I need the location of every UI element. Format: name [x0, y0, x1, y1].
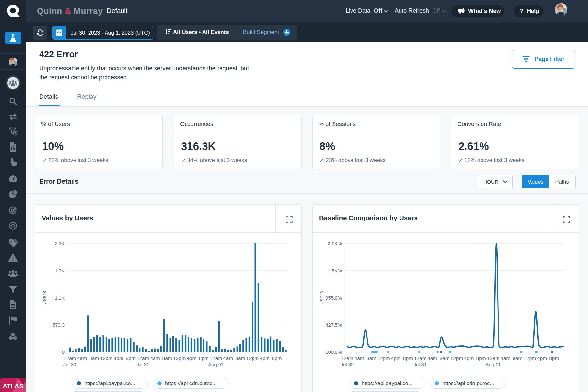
- svg-text:8pm: 8pm: [272, 355, 282, 361]
- svg-text:8am: 8am: [162, 355, 172, 361]
- svg-text:Jul 31: Jul 31: [414, 362, 427, 367]
- svg-text:4pm: 4pm: [464, 355, 474, 361]
- svg-text:Aug 01: Aug 01: [208, 362, 224, 367]
- svg-text:955.0%: 955.0%: [325, 295, 342, 301]
- svg-text:Users: Users: [41, 291, 47, 305]
- svg-text:8pm: 8pm: [549, 355, 559, 361]
- svg-text:4pm: 4pm: [114, 355, 123, 361]
- svg-text:12am: 12am: [210, 355, 222, 361]
- svg-text:0: 0: [62, 349, 65, 355]
- svg-text:Jul 31: Jul 31: [136, 362, 149, 367]
- svg-text:1.5K%: 1.5K%: [328, 268, 342, 273]
- svg-text:8am: 8am: [440, 355, 449, 361]
- svg-text:8am: 8am: [367, 355, 376, 361]
- svg-text:Users: Users: [319, 291, 324, 305]
- svg-text:4am: 4am: [77, 355, 87, 361]
- svg-text:4pm: 4pm: [187, 355, 196, 361]
- svg-text:8pm: 8pm: [476, 355, 486, 361]
- svg-text:$: $: [14, 131, 16, 135]
- svg-text:4am: 4am: [354, 355, 364, 361]
- svg-text:Aug 01: Aug 01: [485, 362, 501, 367]
- svg-text:8am: 8am: [235, 355, 245, 361]
- svg-text:12pm: 12pm: [246, 355, 259, 361]
- svg-text:-100.0%: -100.0%: [324, 349, 342, 355]
- svg-text:573.3: 573.3: [52, 322, 65, 328]
- svg-text:12am: 12am: [63, 355, 76, 361]
- svg-text:12am: 12am: [414, 355, 427, 361]
- svg-text:8pm: 8pm: [403, 355, 413, 361]
- svg-text:4am: 4am: [150, 355, 160, 361]
- svg-text:12am: 12am: [341, 355, 353, 361]
- svg-text:8pm: 8pm: [199, 355, 209, 361]
- svg-text:4am: 4am: [500, 355, 510, 361]
- svg-text:12pm: 12pm: [523, 355, 536, 361]
- svg-text:427.5%: 427.5%: [325, 322, 342, 328]
- svg-text:1.1K: 1.1K: [55, 295, 65, 301]
- svg-text:12pm: 12pm: [377, 355, 390, 361]
- svg-text:8am: 8am: [513, 355, 522, 361]
- svg-text:1.7K: 1.7K: [55, 268, 65, 273]
- svg-text:8pm: 8pm: [126, 355, 136, 361]
- svg-text:2.0K%: 2.0K%: [328, 241, 342, 246]
- svg-text:8am: 8am: [89, 355, 99, 361]
- svg-text:4pm: 4pm: [537, 355, 547, 361]
- svg-text:12am: 12am: [487, 355, 500, 361]
- svg-text:12am: 12am: [137, 355, 149, 361]
- svg-text:12pm: 12pm: [450, 355, 463, 361]
- svg-text:12pm: 12pm: [173, 355, 186, 361]
- svg-text:4am: 4am: [427, 355, 437, 361]
- svg-text:Jul 30: Jul 30: [340, 362, 353, 367]
- svg-text:4pm: 4pm: [260, 355, 270, 361]
- svg-text:4am: 4am: [223, 355, 233, 361]
- svg-text:2.3K: 2.3K: [55, 241, 65, 246]
- svg-text:4pm: 4pm: [391, 355, 401, 361]
- svg-text:12pm: 12pm: [100, 355, 113, 361]
- svg-text:Jul 30: Jul 30: [63, 362, 76, 367]
